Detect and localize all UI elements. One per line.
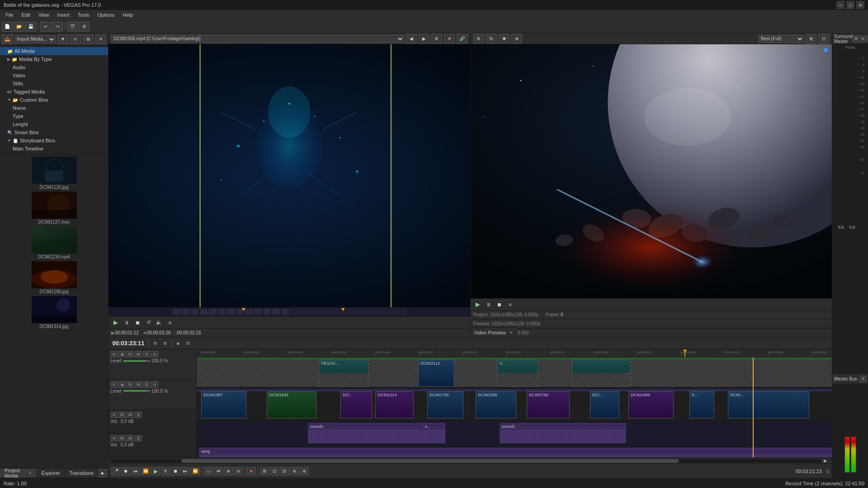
save-btn[interactable]: 💾 (25, 22, 36, 32)
menu-file[interactable]: File (2, 11, 17, 19)
transport-more-1[interactable]: ⊞ (260, 467, 269, 475)
transport-mic[interactable]: 🎤 (111, 467, 120, 475)
redo-btn[interactable]: ↪ (52, 22, 63, 32)
clip-dcim1566[interactable]: DCIM1566 (476, 391, 516, 418)
track-2-expand[interactable]: ≡ (110, 381, 118, 388)
track-2-fx[interactable]: fx (127, 381, 134, 388)
trimmer-next-btn[interactable]: ▶ (419, 34, 429, 44)
track-1-motion[interactable]: ◈ (118, 351, 126, 357)
tree-item-main-timeline[interactable]: Main Timeline (0, 145, 108, 153)
tree-item-video[interactable]: Video (0, 71, 108, 80)
preview-pause-btn[interactable]: ⏸ (484, 300, 493, 309)
trimmer-pause-btn[interactable]: ⏸ (122, 319, 131, 327)
clip-v2[interactable] (572, 360, 631, 387)
tab-transitions[interactable]: Transitions (65, 469, 99, 478)
thumbnail-3[interactable]: DCIM1234.mp4 (2, 226, 106, 259)
preview-settings-btn[interactable]: ⚙ (473, 34, 484, 44)
transport-more-5[interactable]: ⊕ (300, 467, 309, 475)
audio-1-solo[interactable]: S (135, 412, 142, 418)
track-1-more[interactable]: ≡ (151, 351, 158, 357)
view-list-btn[interactable]: ≡ (70, 34, 81, 44)
transport-rewind[interactable]: ⏪ (141, 467, 150, 475)
audio-1-fx[interactable]: fx (118, 412, 126, 418)
preview-grid-btn[interactable]: ⊞ (806, 34, 816, 44)
transport-pause[interactable]: ⏸ (161, 467, 170, 475)
transport-prev[interactable]: ⏮ (131, 467, 140, 475)
clip-dcim1999[interactable]: DCIM1999 (628, 391, 674, 418)
trimmer-close-btn[interactable]: ✕ (444, 34, 455, 44)
video-preview-close[interactable]: ✕ (509, 330, 513, 335)
tab-close-icon[interactable]: ✕ (28, 471, 32, 475)
trimmer-mute-btn[interactable]: 🔈 (155, 319, 164, 327)
thumbnail-5[interactable]: DCIM1314.jpg (2, 296, 106, 329)
audio-clip-sound1-1[interactable]: sound1 (308, 423, 434, 443)
transport-stop[interactable]: ⏹ (171, 467, 180, 475)
thumbnail-2[interactable]: DCIM1137.mov (2, 192, 106, 225)
tl-track-fx[interactable]: fx (184, 339, 193, 347)
tree-item-tagged-media[interactable]: 🏷 Tagged Media (0, 88, 108, 96)
audio-2-expand[interactable]: ≡ (110, 435, 118, 441)
clip-dcim1314[interactable]: DCIM1314 (375, 391, 414, 418)
tab-explorer[interactable]: Explorer (37, 469, 65, 478)
preview-function-btn[interactable]: fx (486, 34, 497, 44)
tab-project-media[interactable]: Project Media ✕ (0, 469, 37, 478)
minimize-button[interactable]: ─ (836, 1, 844, 9)
trimmer-file-select[interactable]: DCIM1566.mp4 [C:\User\Footage\Gaming\] (111, 35, 404, 43)
thumbnail-1[interactable]: DCIM1120.jpg (2, 157, 106, 190)
transport-play[interactable]: ▶ (151, 467, 160, 475)
tree-item-stills[interactable]: Stills (0, 80, 108, 88)
level-slider-2[interactable] (123, 390, 151, 392)
track-2-motion[interactable]: ◈ (118, 381, 126, 388)
close-button[interactable]: ✕ (856, 1, 864, 9)
clip-dci2[interactable]: DCI... (590, 391, 619, 418)
tree-item-all-media[interactable]: 📁 All Media (0, 47, 108, 55)
audio-2-solo[interactable]: S (135, 435, 142, 441)
track-1-expand[interactable]: ≡ (110, 351, 118, 357)
undo-btn[interactable]: ↩ (40, 22, 51, 32)
transport-rec-btn[interactable]: ⏺ (247, 467, 256, 475)
preview-menu-btn[interactable]: ≡ (506, 300, 515, 309)
clip-dcim-end[interactable]: DCIM... (728, 391, 809, 418)
menu-tools[interactable]: Tools (74, 11, 93, 19)
menu-edit[interactable]: Edit (18, 11, 34, 19)
track-1-mute[interactable]: M (135, 351, 142, 357)
thumbnail-4[interactable]: DCIM1290.jpg (2, 261, 106, 294)
preview-snap-btn[interactable]: ✱ (499, 34, 509, 44)
preview-view-btn[interactable]: ⊡ (818, 34, 829, 44)
audio-clip-sound-s[interactable]: s... (423, 423, 445, 443)
trimmer-more-btn[interactable]: ≡ (165, 319, 175, 327)
track-2-more[interactable]: ≡ (151, 381, 158, 388)
preview-quality-select[interactable]: Best (Full) (759, 35, 804, 43)
track-2-mute[interactable]: M (135, 381, 142, 388)
timeline-scrollbar[interactable]: ▶ (108, 457, 832, 464)
transport-more-4[interactable]: ⊛ (290, 467, 299, 475)
tree-item-name[interactable]: Name (0, 104, 108, 112)
preview-stop-btn[interactable]: ⏹ (495, 300, 504, 309)
import-options-btn[interactable]: ▼ (57, 34, 68, 44)
settings-btn[interactable]: ⚙ (79, 22, 90, 32)
trimmer-stop-btn[interactable]: ⏹ (133, 319, 142, 327)
menu-help[interactable]: Help (119, 11, 137, 19)
transport-record-loop[interactable]: ⏺ (121, 467, 130, 475)
tree-item-length[interactable]: Lenght (0, 120, 108, 128)
transport-loop-region[interactable]: ⇄ (214, 467, 223, 475)
trimmer-play-btn[interactable]: ▶ (111, 319, 120, 327)
track-body[interactable]: 00:00:15:00 00:00:29:29 00:00:44:29 00:0… (197, 349, 832, 457)
transport-ff[interactable]: ⏩ (191, 467, 200, 475)
preview-zoom-btn[interactable]: ⊕ (511, 34, 522, 44)
tree-item-type[interactable]: Type (0, 112, 108, 120)
clip-dcim1845[interactable]: DCIM1845 (267, 391, 316, 418)
clip-dcim3768[interactable]: DCIM3768 (527, 391, 570, 418)
menu-view[interactable]: View (35, 11, 53, 19)
trimmer-loop-btn[interactable]: ↺ (144, 319, 153, 327)
tl-settings-btn[interactable]: ⚙ (151, 339, 160, 347)
import-icon[interactable]: 📥 (2, 34, 13, 44)
track-1-solo[interactable]: S (143, 351, 150, 357)
menu-options[interactable]: Options (94, 11, 118, 19)
panel-expand-btn[interactable]: ▶ (99, 469, 107, 477)
transport-zoom-out[interactable]: ⊖ (234, 467, 243, 475)
trimmer-settings-btn[interactable]: ⚙ (431, 34, 442, 44)
clip-dcim1765[interactable]: DCIM1765 (427, 391, 463, 418)
clip-dcim1867[interactable]: DCIM1867 (201, 391, 246, 418)
master-bus-close[interactable]: ✕ (860, 376, 866, 382)
